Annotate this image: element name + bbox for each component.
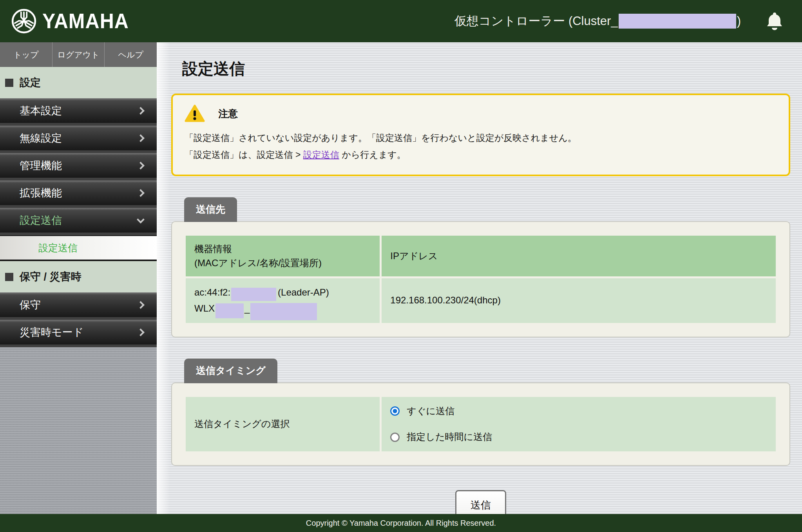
copyright-text: Copyright © Yamaha Corporation. All Righ… bbox=[306, 519, 496, 528]
sidebar-item-disaster-mode[interactable]: 災害時モード bbox=[0, 320, 157, 347]
table-row: ac:44:f2:(Leader-AP) WLX_ 192.168.100.23… bbox=[186, 278, 776, 323]
timing-label-cell: 送信タイミングの選択 bbox=[186, 397, 380, 452]
destination-table: 機器情報 (MACアドレス/名称/設置場所) IPアドレス ac:44:f2:(… bbox=[184, 234, 778, 325]
redacted-device-name bbox=[250, 303, 317, 320]
redacted-model bbox=[215, 303, 244, 318]
timing-section-tab: 送信タイミング bbox=[184, 359, 277, 383]
chevron-right-icon bbox=[137, 134, 145, 142]
chevron-down-icon bbox=[137, 216, 145, 224]
sidebar-item-maintenance[interactable]: 保守 bbox=[0, 292, 157, 320]
controller-title: 仮想コントローラー (Cluster_) bbox=[454, 13, 741, 29]
device-model-line: WLX_ bbox=[194, 301, 371, 317]
table-row: 送信タイミングの選択 すぐに送信 指定した時間に送信 bbox=[186, 397, 776, 452]
sidebar-item-basic-settings[interactable]: 基本設定 bbox=[0, 98, 157, 126]
notice-line-1: 「設定送信」されていない設定があります。「設定送信」を行わないと設定が反映されま… bbox=[185, 130, 777, 146]
send-button[interactable]: 送信 bbox=[455, 490, 506, 514]
tab-top[interactable]: トップ bbox=[0, 42, 53, 67]
chevron-right-icon bbox=[137, 301, 145, 309]
device-info-cell: ac:44:f2:(Leader-AP) WLX_ bbox=[186, 278, 380, 323]
radio-selected-icon[interactable] bbox=[390, 406, 400, 416]
yamaha-tuning-fork-icon bbox=[11, 8, 37, 34]
timing-panel: 送信タイミングの選択 すぐに送信 指定した時間に送信 bbox=[171, 382, 790, 466]
section-heading-maintenance: 保守 / 災害時 bbox=[0, 261, 157, 292]
section-heading-settings: 設定 bbox=[0, 67, 157, 98]
notice-body: 「設定送信」されていない設定があります。「設定送信」を行わないと設定が反映されま… bbox=[185, 130, 777, 163]
notification-bell-icon[interactable] bbox=[766, 12, 783, 31]
sidebar-filler bbox=[0, 347, 157, 514]
warning-notice-box: 注意 「設定送信」されていない設定があります。「設定送信」を行わないと設定が反映… bbox=[171, 94, 790, 176]
sidebar: トップ ログアウト ヘルプ 設定 基本設定 無線設定 管理機能 拡張機能 設定送… bbox=[0, 42, 157, 514]
sidebar-top-tabs: トップ ログアウト ヘルプ bbox=[0, 42, 157, 67]
chevron-right-icon bbox=[137, 162, 145, 170]
radio-send-now[interactable]: すぐに送信 bbox=[390, 403, 767, 419]
square-bullet-icon bbox=[5, 273, 13, 281]
notice-line-2: 「設定送信」は、設定送信 > 設定送信 から行えます。 bbox=[185, 146, 777, 163]
device-mac-line: ac:44:f2:(Leader-AP) bbox=[194, 285, 371, 301]
top-header: YAMAHA 仮想コントローラー (Cluster_) bbox=[0, 0, 802, 42]
footer: Copyright © Yamaha Corporation. All Righ… bbox=[0, 514, 802, 532]
sidebar-item-extended-functions[interactable]: 拡張機能 bbox=[0, 180, 157, 208]
yamaha-logo: YAMAHA bbox=[11, 8, 129, 34]
notice-title: 注意 bbox=[218, 107, 238, 120]
ip-address-cell: 192.168.100.230/24(dhcp) bbox=[382, 278, 776, 323]
radio-unselected-icon[interactable] bbox=[390, 433, 400, 442]
timing-table: 送信タイミングの選択 すぐに送信 指定した時間に送信 bbox=[184, 395, 778, 454]
table-header-row: 機器情報 (MACアドレス/名称/設置場所) IPアドレス bbox=[186, 236, 776, 276]
sidebar-item-management[interactable]: 管理機能 bbox=[0, 153, 157, 180]
submit-area: 送信 bbox=[171, 490, 790, 514]
destination-panel: 機器情報 (MACアドレス/名称/設置場所) IPアドレス ac:44:f2:(… bbox=[171, 221, 790, 337]
timing-options-cell: すぐに送信 指定した時間に送信 bbox=[382, 397, 776, 452]
warning-triangle-icon bbox=[185, 105, 205, 123]
square-bullet-icon bbox=[5, 79, 13, 87]
tab-logout[interactable]: ログアウト bbox=[53, 42, 105, 67]
redacted-cluster-name bbox=[619, 14, 736, 29]
destination-section-tab: 送信先 bbox=[184, 197, 237, 222]
tab-help[interactable]: ヘルプ bbox=[105, 42, 157, 67]
chevron-right-icon bbox=[137, 328, 145, 336]
redacted-mac bbox=[231, 288, 276, 301]
brand-wordmark: YAMAHA bbox=[42, 9, 129, 34]
radio-send-at-time[interactable]: 指定した時間に送信 bbox=[390, 429, 767, 445]
ip-address-header: IPアドレス bbox=[382, 236, 776, 276]
chevron-right-icon bbox=[137, 189, 145, 197]
sidebar-item-config-send[interactable]: 設定送信 bbox=[0, 208, 157, 235]
sidebar-item-wireless-settings[interactable]: 無線設定 bbox=[0, 126, 157, 153]
config-send-link[interactable]: 設定送信 bbox=[303, 150, 339, 160]
page-title: 設定送信 bbox=[182, 58, 790, 79]
sidebar-subitem-config-send[interactable]: 設定送信 bbox=[0, 235, 157, 261]
main-content: 設定送信 注意 「設定送信」されていない設定があります。「設定送信」を行わないと… bbox=[157, 42, 802, 514]
chevron-right-icon bbox=[137, 107, 145, 115]
device-info-header: 機器情報 (MACアドレス/名称/設置場所) bbox=[186, 236, 380, 276]
